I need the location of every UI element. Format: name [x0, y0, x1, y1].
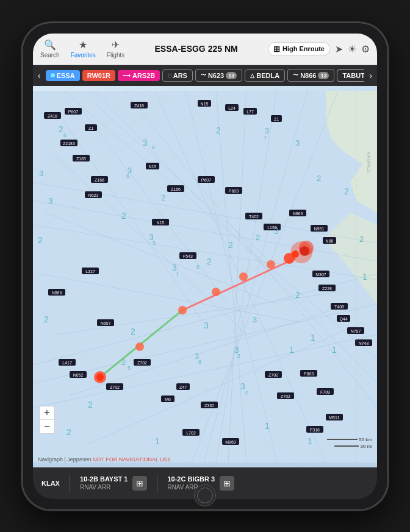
enroute-badge[interactable]: ⊞ High Enroute [268, 42, 330, 56]
svg-text:N623: N623 [88, 193, 99, 197]
svg-text:N15: N15 [201, 102, 209, 106]
svg-text:6: 6 [63, 132, 67, 138]
svg-text:Z47: Z47 [179, 385, 187, 389]
svg-text:P607: P607 [68, 110, 78, 114]
svg-text:L702: L702 [186, 431, 196, 435]
svg-text:1: 1 [265, 421, 270, 431]
svg-text:M6: M6 [165, 397, 171, 402]
svg-text:L77: L77 [246, 110, 254, 114]
search-nav-item[interactable]: 🔍 Search [40, 39, 60, 59]
km-scale: 50 km [327, 437, 372, 442]
svg-text:Z1: Z1 [274, 117, 279, 121]
svg-text:2: 2 [131, 327, 135, 336]
svg-text:N797: N797 [351, 329, 361, 333]
tab-ars2b[interactable]: ⟿ ARS2B [118, 70, 160, 81]
divider-2 [157, 474, 157, 492]
svg-text:M511: M511 [329, 416, 340, 420]
svg-text:3: 3 [204, 321, 209, 330]
svg-text:N88: N88 [326, 239, 334, 243]
flights-nav-item[interactable]: ✈ Flights [107, 39, 124, 59]
tabs-container: ESSA RW01R ⟿ ARS2B □ ARS 〜 N [46, 69, 365, 82]
tab-n866-label: N866 [300, 72, 316, 79]
svg-text:2: 2 [121, 358, 126, 367]
map-area[interactable]: Z418 P607 Z418 N15 L24 L77 Z2183 Z1 [33, 86, 377, 467]
arrival-1-item[interactable]: 10-2B BAYST 1 RNAV ARR [80, 475, 128, 491]
svg-text:6: 6 [152, 144, 155, 151]
svg-text:Z183: Z183 [76, 157, 86, 161]
svg-point-39 [300, 246, 309, 256]
tab-ars[interactable]: □ ARS [162, 69, 193, 82]
svg-text:N607: N607 [101, 321, 111, 325]
zoom-in-button[interactable]: + [40, 406, 54, 420]
tab-tabut[interactable]: TABUT [337, 69, 364, 82]
svg-text:1: 1 [289, 345, 294, 355]
tab-n866-icon: 〜 [293, 71, 298, 79]
tab-tabut-label: TABUT [342, 72, 364, 79]
svg-point-30 [135, 342, 144, 351]
flights-label: Flights [107, 52, 124, 59]
svg-text:2: 2 [228, 240, 233, 250]
svg-text:N951: N951 [314, 227, 325, 231]
arrival-1-title: 10-2B BAYST 1 [80, 475, 128, 483]
svg-text:P607: P607 [201, 178, 211, 182]
svg-text:F543: F543 [183, 254, 193, 258]
svg-text:6: 6 [126, 173, 129, 179]
svg-text:P863: P863 [304, 372, 314, 376]
tab-rw01r-label: RW01R [87, 72, 110, 79]
plane-icon: ✈ [112, 39, 120, 51]
svg-text:M307: M307 [315, 272, 326, 277]
nav-items-left: 🔍 Search ★ Favorites ✈ Flights [40, 39, 124, 59]
svg-text:2: 2 [359, 235, 364, 244]
layers-icon: ⊞ [273, 44, 280, 54]
tab-rw01r[interactable]: RW01R [82, 70, 115, 81]
top-bar-icon-buttons: ➤ ☀ ⚙ [335, 43, 370, 55]
mi-scale: 30 mi [334, 444, 372, 449]
divider-1 [70, 474, 70, 492]
svg-text:T408: T408 [334, 305, 344, 309]
tab-ars-icon: □ [168, 73, 171, 79]
svg-text:2: 2 [207, 257, 212, 266]
settings-icon[interactable]: ⚙ [361, 43, 370, 55]
star-icon: ★ [79, 39, 87, 51]
svg-text:3: 3 [240, 381, 245, 391]
svg-text:2: 2 [59, 124, 63, 134]
compass-icon[interactable]: ➤ [335, 43, 343, 55]
brightness-icon[interactable]: ☀ [348, 43, 356, 55]
tab-bedla[interactable]: △ BEDLA [245, 69, 285, 82]
svg-text:Z702: Z702 [268, 373, 278, 377]
tab-bedla-label: BEDLA [256, 72, 279, 79]
layers-button-2[interactable]: ⊞ [220, 476, 234, 491]
svg-text:Z166: Z166 [95, 178, 104, 182]
svg-text:2: 2 [295, 290, 300, 300]
svg-text:2: 2 [121, 211, 126, 221]
svg-text:2: 2 [256, 233, 260, 242]
zoom-out-button[interactable]: − [40, 420, 54, 433]
layers-button-1[interactable]: ⊞ [132, 476, 147, 491]
tab-n623-label: N623 [208, 72, 224, 79]
route-title: ESSA-ESGG 225 NM [129, 44, 263, 54]
tab-scroll-left[interactable]: ‹ [33, 71, 46, 80]
svg-text:N748: N748 [359, 341, 369, 346]
tab-essa[interactable]: ESSA [46, 70, 80, 81]
svg-text:5: 5 [196, 264, 200, 270]
tab-n623[interactable]: 〜 N623 13 [195, 69, 242, 82]
airport-item: KLAX [41, 480, 60, 487]
km-label: 50 km [359, 437, 372, 442]
svg-text:F316: F316 [310, 428, 320, 432]
favorites-nav-item[interactable]: ★ Favorites [71, 39, 96, 59]
top-navigation-bar: 🔍 Search ★ Favorites ✈ Flights ESSA-ESGG… [33, 34, 377, 65]
tab-strip: ‹ ESSA RW01R ⟿ ARS2B □ ARS [33, 65, 377, 86]
svg-text:P609: P609 [229, 189, 239, 193]
svg-text:2: 2 [161, 193, 165, 202]
svg-text:3: 3 [265, 126, 269, 135]
app-content: 🔍 Search ★ Favorites ✈ Flights ESSA-ESGG… [33, 34, 377, 499]
home-button[interactable] [194, 484, 216, 506]
svg-text:N15: N15 [157, 221, 165, 225]
tab-scroll-right[interactable]: › [364, 71, 377, 80]
svg-text:L417: L417 [62, 361, 72, 365]
scale-ruler-mi [334, 445, 359, 447]
tab-n866[interactable]: 〜 N866 13 [287, 69, 334, 82]
svg-text:L227: L227 [85, 269, 95, 274]
tablet-screen: 🔍 Search ★ Favorites ✈ Flights ESSA-ESGG… [33, 34, 377, 499]
tab-essa-label: ESSA [57, 72, 75, 79]
